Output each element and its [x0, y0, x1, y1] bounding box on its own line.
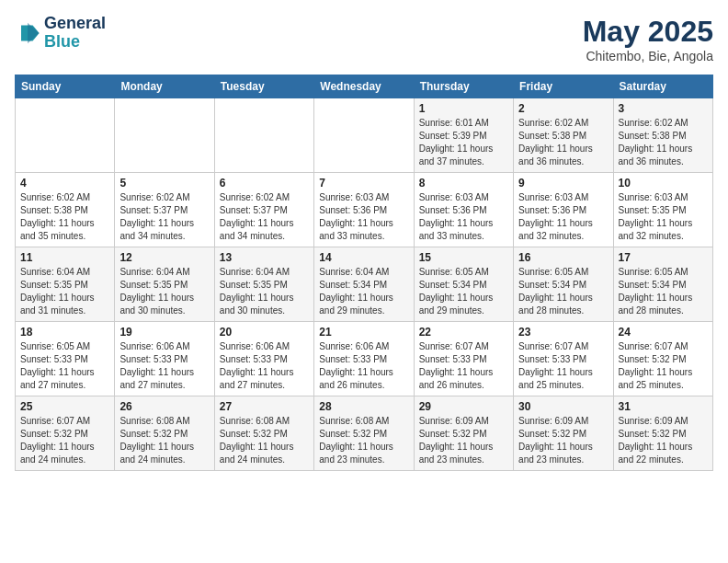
day-number: 26 [119, 400, 209, 413]
month-title: May 2025 [583, 15, 713, 49]
table-row: 18Sunrise: 6:05 AM Sunset: 5:33 PM Dayli… [16, 322, 115, 396]
day-number: 1 [419, 102, 508, 115]
day-info: Sunrise: 6:05 AM Sunset: 5:34 PM Dayligh… [518, 266, 608, 317]
table-row [314, 98, 414, 173]
day-info: Sunrise: 6:04 AM Sunset: 5:35 PM Dayligh… [220, 266, 309, 317]
calendar-week-row: 1Sunrise: 6:01 AM Sunset: 5:39 PM Daylig… [16, 98, 713, 173]
day-info: Sunrise: 6:09 AM Sunset: 5:32 PM Dayligh… [619, 415, 708, 466]
table-row [16, 98, 115, 173]
day-number: 30 [518, 400, 608, 413]
header-tuesday: Tuesday [214, 75, 313, 98]
calendar-header-row: Sunday Monday Tuesday Wednesday Thursday… [16, 75, 713, 98]
location-subtitle: Chitembo, Bie, Angola [583, 49, 713, 63]
page-header: GeneralBlue May 2025 Chitembo, Bie, Ango… [15, 15, 713, 63]
day-info: Sunrise: 6:02 AM Sunset: 5:38 PM Dayligh… [20, 191, 109, 243]
day-info: Sunrise: 6:06 AM Sunset: 5:33 PM Dayligh… [220, 340, 309, 392]
day-number: 23 [518, 326, 608, 339]
day-info: Sunrise: 6:05 AM Sunset: 5:33 PM Dayligh… [20, 340, 109, 392]
day-info: Sunrise: 6:03 AM Sunset: 5:36 PM Dayligh… [419, 191, 508, 243]
day-info: Sunrise: 6:08 AM Sunset: 5:32 PM Dayligh… [119, 415, 209, 466]
day-number: 28 [319, 400, 408, 413]
table-row: 29Sunrise: 6:09 AM Sunset: 5:32 PM Dayli… [414, 396, 513, 471]
day-number: 14 [319, 251, 408, 264]
day-number: 31 [619, 400, 708, 413]
table-row: 7Sunrise: 6:03 AM Sunset: 5:36 PM Daylig… [314, 173, 414, 247]
table-row: 8Sunrise: 6:03 AM Sunset: 5:36 PM Daylig… [414, 173, 513, 247]
day-number: 15 [419, 251, 508, 264]
day-number: 13 [220, 251, 309, 264]
header-sunday: Sunday [16, 75, 115, 98]
day-info: Sunrise: 6:04 AM Sunset: 5:35 PM Dayligh… [20, 266, 109, 317]
table-row: 5Sunrise: 6:02 AM Sunset: 5:37 PM Daylig… [115, 173, 214, 247]
logo-icon [15, 20, 40, 46]
day-info: Sunrise: 6:02 AM Sunset: 5:37 PM Dayligh… [220, 191, 309, 243]
table-row: 27Sunrise: 6:08 AM Sunset: 5:32 PM Dayli… [214, 396, 313, 471]
day-info: Sunrise: 6:05 AM Sunset: 5:34 PM Dayligh… [419, 266, 508, 317]
day-number: 21 [319, 326, 408, 339]
day-number: 7 [319, 177, 408, 190]
day-info: Sunrise: 6:07 AM Sunset: 5:33 PM Dayligh… [518, 340, 608, 392]
calendar-week-row: 18Sunrise: 6:05 AM Sunset: 5:33 PM Dayli… [16, 322, 713, 396]
day-info: Sunrise: 6:09 AM Sunset: 5:32 PM Dayligh… [419, 415, 508, 466]
day-info: Sunrise: 6:02 AM Sunset: 5:37 PM Dayligh… [119, 191, 209, 243]
header-saturday: Saturday [613, 75, 712, 98]
calendar-table: Sunday Monday Tuesday Wednesday Thursday… [15, 75, 713, 471]
table-row: 14Sunrise: 6:04 AM Sunset: 5:34 PM Dayli… [314, 247, 414, 322]
day-number: 18 [20, 326, 109, 339]
day-number: 10 [619, 177, 708, 190]
day-number: 4 [20, 177, 109, 190]
header-wednesday: Wednesday [314, 75, 414, 98]
table-row: 9Sunrise: 6:03 AM Sunset: 5:36 PM Daylig… [514, 173, 613, 247]
table-row: 30Sunrise: 6:09 AM Sunset: 5:32 PM Dayli… [514, 396, 613, 471]
day-number: 16 [518, 251, 608, 264]
table-row: 21Sunrise: 6:06 AM Sunset: 5:33 PM Dayli… [314, 322, 414, 396]
day-info: Sunrise: 6:02 AM Sunset: 5:38 PM Dayligh… [518, 117, 608, 168]
table-row [115, 98, 214, 173]
table-row: 11Sunrise: 6:04 AM Sunset: 5:35 PM Dayli… [16, 247, 115, 322]
day-info: Sunrise: 6:03 AM Sunset: 5:35 PM Dayligh… [619, 191, 708, 243]
day-info: Sunrise: 6:06 AM Sunset: 5:33 PM Dayligh… [119, 340, 209, 392]
table-row: 13Sunrise: 6:04 AM Sunset: 5:35 PM Dayli… [214, 247, 313, 322]
table-row: 12Sunrise: 6:04 AM Sunset: 5:35 PM Dayli… [115, 247, 214, 322]
day-info: Sunrise: 6:07 AM Sunset: 5:32 PM Dayligh… [619, 340, 708, 392]
day-info: Sunrise: 6:03 AM Sunset: 5:36 PM Dayligh… [319, 191, 408, 243]
logo-text: GeneralBlue [44, 15, 106, 52]
table-row: 2Sunrise: 6:02 AM Sunset: 5:38 PM Daylig… [514, 98, 613, 173]
table-row: 25Sunrise: 6:07 AM Sunset: 5:32 PM Dayli… [16, 396, 115, 471]
table-row: 15Sunrise: 6:05 AM Sunset: 5:34 PM Dayli… [414, 247, 513, 322]
day-number: 3 [619, 102, 708, 115]
day-info: Sunrise: 6:07 AM Sunset: 5:32 PM Dayligh… [20, 415, 109, 466]
header-friday: Friday [514, 75, 613, 98]
day-number: 29 [419, 400, 508, 413]
table-row [214, 98, 313, 173]
table-row: 28Sunrise: 6:08 AM Sunset: 5:32 PM Dayli… [314, 396, 414, 471]
day-info: Sunrise: 6:04 AM Sunset: 5:35 PM Dayligh… [119, 266, 209, 317]
table-row: 4Sunrise: 6:02 AM Sunset: 5:38 PM Daylig… [16, 173, 115, 247]
calendar-week-row: 25Sunrise: 6:07 AM Sunset: 5:32 PM Dayli… [16, 396, 713, 471]
logo: GeneralBlue [15, 15, 106, 52]
table-row: 31Sunrise: 6:09 AM Sunset: 5:32 PM Dayli… [613, 396, 712, 471]
table-row: 22Sunrise: 6:07 AM Sunset: 5:33 PM Dayli… [414, 322, 513, 396]
day-info: Sunrise: 6:01 AM Sunset: 5:39 PM Dayligh… [419, 117, 508, 168]
calendar-week-row: 11Sunrise: 6:04 AM Sunset: 5:35 PM Dayli… [16, 247, 713, 322]
day-number: 17 [619, 251, 708, 264]
day-info: Sunrise: 6:02 AM Sunset: 5:38 PM Dayligh… [619, 117, 708, 168]
day-number: 5 [119, 177, 209, 190]
day-number: 19 [119, 326, 209, 339]
day-number: 22 [419, 326, 508, 339]
table-row: 17Sunrise: 6:05 AM Sunset: 5:34 PM Dayli… [613, 247, 712, 322]
day-info: Sunrise: 6:09 AM Sunset: 5:32 PM Dayligh… [518, 415, 608, 466]
table-row: 10Sunrise: 6:03 AM Sunset: 5:35 PM Dayli… [613, 173, 712, 247]
table-row: 1Sunrise: 6:01 AM Sunset: 5:39 PM Daylig… [414, 98, 513, 173]
day-number: 9 [518, 177, 608, 190]
table-row: 24Sunrise: 6:07 AM Sunset: 5:32 PM Dayli… [613, 322, 712, 396]
table-row: 3Sunrise: 6:02 AM Sunset: 5:38 PM Daylig… [613, 98, 712, 173]
day-number: 2 [518, 102, 608, 115]
day-info: Sunrise: 6:03 AM Sunset: 5:36 PM Dayligh… [518, 191, 608, 243]
table-row: 19Sunrise: 6:06 AM Sunset: 5:33 PM Dayli… [115, 322, 214, 396]
day-info: Sunrise: 6:07 AM Sunset: 5:33 PM Dayligh… [419, 340, 508, 392]
day-number: 25 [20, 400, 109, 413]
day-number: 20 [220, 326, 309, 339]
day-info: Sunrise: 6:05 AM Sunset: 5:34 PM Dayligh… [619, 266, 708, 317]
day-number: 11 [20, 251, 109, 264]
